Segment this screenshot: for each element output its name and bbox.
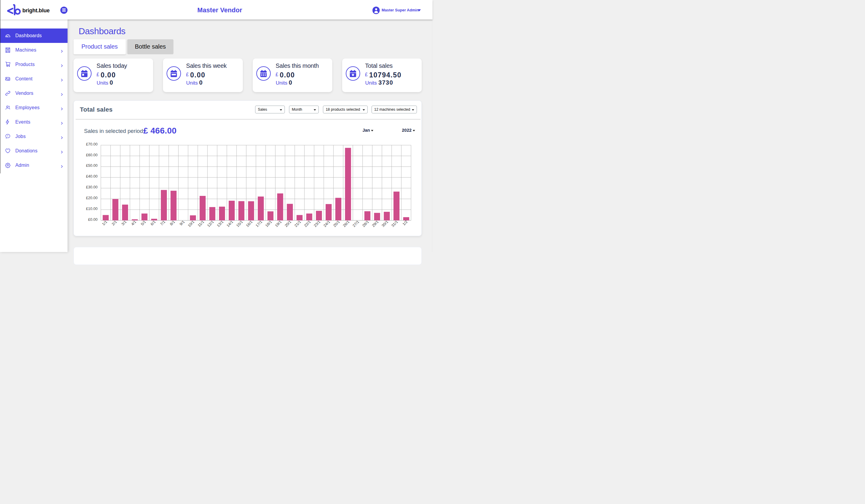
svg-text:1/1: 1/1 <box>101 220 108 226</box>
svg-text:£50.00: £50.00 <box>86 164 97 168</box>
svg-text:22/1: 22/1 <box>303 220 312 228</box>
svg-text:9/1: 9/1 <box>179 220 185 226</box>
svg-text:5/1: 5/1 <box>140 220 147 226</box>
svg-text:19/1: 19/1 <box>274 220 282 228</box>
svg-text:2/1: 2/1 <box>111 220 118 226</box>
svg-text:8/1: 8/1 <box>169 220 176 226</box>
svg-text:31/1: 31/1 <box>391 220 399 228</box>
svg-text:£40.00: £40.00 <box>86 174 97 178</box>
svg-text:25/1: 25/1 <box>333 220 341 228</box>
svg-text:26/1: 26/1 <box>342 220 350 228</box>
svg-text:24/1: 24/1 <box>323 220 331 228</box>
svg-text:1/2: 1/2 <box>402 220 408 226</box>
svg-text:12/1: 12/1 <box>207 220 215 228</box>
svg-text:£20.00: £20.00 <box>86 196 97 200</box>
svg-text:14/1: 14/1 <box>226 220 234 228</box>
svg-text:£10.00: £10.00 <box>86 207 97 211</box>
svg-text:21/1: 21/1 <box>293 220 302 228</box>
svg-text:17/1: 17/1 <box>255 220 263 228</box>
svg-text:7/1: 7/1 <box>159 220 166 226</box>
svg-text:4/1: 4/1 <box>130 220 137 226</box>
svg-text:10/1: 10/1 <box>187 220 195 228</box>
svg-text:15/1: 15/1 <box>235 220 244 228</box>
svg-text:20/1: 20/1 <box>284 220 292 228</box>
svg-text:£30.00: £30.00 <box>86 185 97 189</box>
svg-text:29/1: 29/1 <box>371 220 379 228</box>
svg-text:£0.00: £0.00 <box>88 217 97 221</box>
svg-text:£60.00: £60.00 <box>86 153 97 157</box>
svg-text:16/1: 16/1 <box>245 220 253 228</box>
svg-text:30/1: 30/1 <box>381 220 389 228</box>
svg-text:23/1: 23/1 <box>313 220 321 228</box>
svg-text:3/1: 3/1 <box>121 220 127 226</box>
svg-text:18/1: 18/1 <box>265 220 273 228</box>
svg-text:13/1: 13/1 <box>216 220 224 228</box>
svg-text:27/1: 27/1 <box>352 220 360 228</box>
svg-text:11/1: 11/1 <box>197 220 205 228</box>
svg-text:£70.00: £70.00 <box>86 142 97 146</box>
svg-text:6/1: 6/1 <box>150 220 157 226</box>
svg-text:28/1: 28/1 <box>362 220 370 228</box>
